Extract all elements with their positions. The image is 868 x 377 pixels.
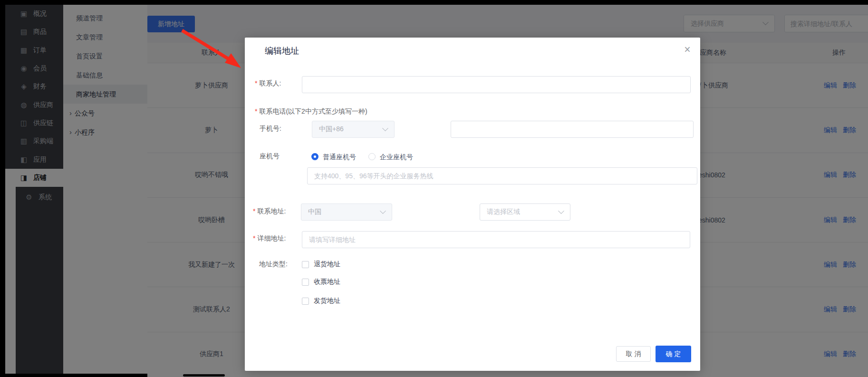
chevron-down-icon (382, 125, 388, 131)
checkbox-label: 收票地址 (314, 278, 340, 286)
address-type-label: 地址类型: (259, 260, 288, 269)
phone-section-label: *联系电话(以下2中方式至少填写一种) (255, 107, 367, 116)
country-code-select[interactable]: 中国+86 (312, 121, 395, 138)
checkbox-invoice-address[interactable]: 收票地址 (302, 278, 340, 286)
region-select[interactable]: 请选择区域 (480, 203, 570, 221)
required-asterisk: * (253, 207, 255, 215)
confirm-button[interactable]: 确 定 (656, 346, 691, 362)
edit-address-modal: 编辑地址 × *联系人: *联系电话(以下2中方式至少填写一种) 手机号: 中国… (245, 38, 700, 371)
checkbox-icon (302, 261, 309, 268)
radio-enterprise-landline[interactable] (368, 153, 376, 160)
country-select[interactable]: 中国 (301, 203, 392, 221)
radio-normal-landline[interactable] (311, 153, 318, 160)
contact-name-input[interactable] (302, 76, 691, 93)
checkbox-label: 发货地址 (314, 297, 340, 305)
close-icon[interactable]: × (681, 43, 694, 56)
detail-address-label: *详细地址: (253, 234, 286, 243)
chevron-down-icon (380, 208, 386, 214)
checkbox-return-address[interactable]: 退货地址 (302, 260, 340, 269)
checkbox-shipping-address[interactable]: 发货地址 (302, 297, 340, 305)
modal-title: 编辑地址 (265, 45, 299, 57)
required-asterisk: * (253, 234, 255, 242)
checkbox-label: 退货地址 (314, 260, 340, 269)
mobile-number-input[interactable] (451, 121, 694, 138)
landline-label: 座机号 (260, 152, 280, 161)
contact-name-label: *联系人: (255, 79, 281, 88)
mobile-label: 手机号: (260, 125, 281, 133)
contact-address-label: *联系地址: (253, 207, 286, 216)
country-code-value: 中国+86 (319, 125, 383, 134)
checkbox-icon (302, 279, 309, 286)
required-asterisk: * (255, 79, 257, 87)
radio-enterprise-landline-label[interactable]: 企业座机号 (380, 153, 413, 162)
cancel-button[interactable]: 取 消 (616, 346, 651, 362)
chevron-down-icon (558, 208, 564, 214)
region-placeholder: 请选择区域 (487, 208, 559, 216)
radio-normal-landline-label[interactable]: 普通座机号 (323, 153, 356, 162)
required-asterisk: * (255, 107, 257, 115)
checkbox-icon (302, 298, 309, 305)
country-value: 中国 (308, 208, 381, 216)
landline-number-input[interactable] (307, 167, 697, 184)
detail-address-input[interactable] (302, 231, 690, 248)
app-screen: ▣ 概况 ▤ 商品 ▦ 订单 ◉ 会员 ◈ 财务 ◍ 供应商 (0, 0, 868, 377)
